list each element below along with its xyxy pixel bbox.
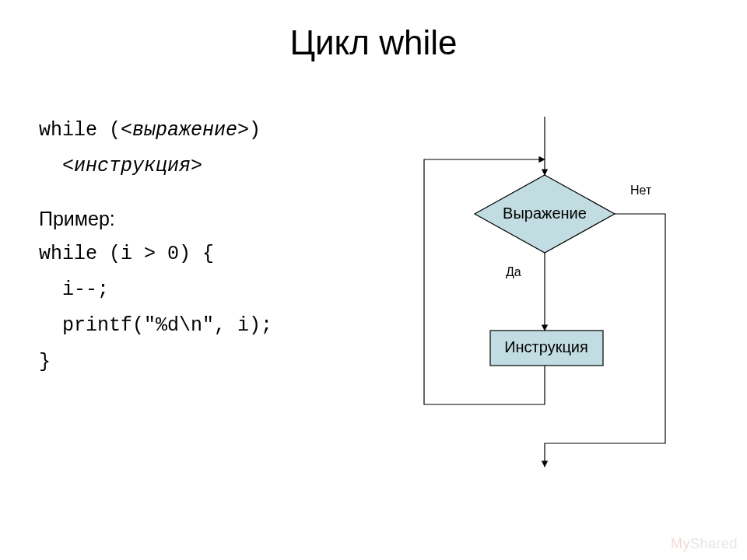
page-title: Цикл while [0,23,747,62]
example-line-3: printf("%d\n", i); [39,308,272,344]
flowchart: Выражение Да Инструкция Нет [389,117,716,474]
example-heading: Пример: [39,201,272,236]
example-line-4: } [39,345,272,380]
yes-label: Да [506,265,521,278]
watermark-my: My [671,536,690,551]
syntax-line-1: while (<выражение>) [39,113,272,149]
expression-placeholder: <выражение> [121,119,249,142]
syntax-line-2: <инструкция> [39,149,272,184]
close-paren: ) [249,119,261,142]
example-line-2: i--; [39,272,272,308]
watermark-shared: Shared [690,536,738,551]
while-keyword: while ( [39,119,121,142]
process-label: Инструкция [504,338,588,355]
example-line-1: while (i > 0) { [39,236,272,272]
code-block: while (<выражение>) <инструкция> Пример:… [39,113,272,380]
no-label: Нет [630,184,652,197]
watermark: MyShared [671,536,738,552]
decision-label: Выражение [503,205,587,222]
